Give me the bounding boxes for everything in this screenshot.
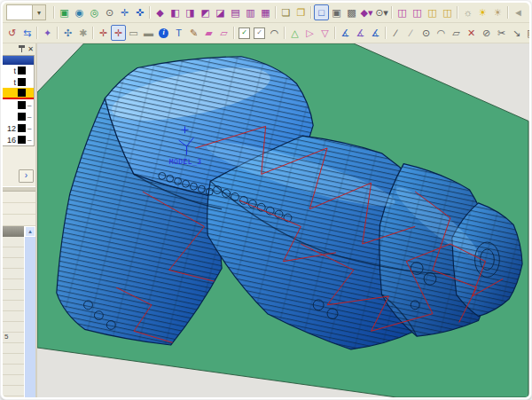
view-menu-icon[interactable]: ◆▾ [359,4,374,20]
panel-row [3,203,35,215]
vertical-scrollbar[interactable] [24,237,35,397]
workplane-side-icon[interactable]: ◫ [440,4,455,20]
separator [383,25,388,41]
parallel-line-icon[interactable]: ∕ [403,25,419,41]
grab-icon[interactable]: ✣ [60,25,75,41]
undo-icon[interactable]: ↺ [4,25,20,41]
select-check-icon[interactable]: ✓ [237,25,252,41]
info-icon[interactable]: i [156,25,171,41]
column-header[interactable] [3,226,25,237]
snap-icon[interactable]: ✱ [75,25,90,41]
main-area: ✕ t t [3,43,529,397]
extend-icon[interactable]: ↘ [509,25,524,41]
coordinate-system-label: MODEL_3 [169,158,202,166]
surface-flat-icon[interactable]: ▰ [201,25,216,41]
light-off-icon[interactable]: ☼ [460,4,475,20]
zoom-menu-icon[interactable]: ⊙▾ [374,4,389,20]
zoom-dynamic-icon[interactable]: ◎ [87,4,102,20]
window-icon[interactable]: ▭ [126,25,141,41]
separator [282,25,287,41]
axo-view-icon[interactable]: ▦ [258,4,273,20]
separator [147,4,153,20]
tool-list-panel: ▴ 5 [3,192,35,397]
color-swatch[interactable] [18,78,26,86]
color-swatch[interactable] [18,101,26,109]
workplane-top-icon[interactable]: ◫ [410,4,425,20]
note-icon[interactable]: ▬ [141,25,156,41]
copy-view-icon[interactable]: ❏ [278,4,293,20]
hidden-line-icon[interactable]: ▣ [329,4,344,20]
expand-panel-button[interactable]: › [19,169,34,183]
rotate-view-icon[interactable]: ✜ [132,4,147,20]
triad-align-icon[interactable]: ∡ [368,25,383,41]
next-view-icon[interactable]: ► [526,4,529,20]
line-icon[interactable]: ∕ [388,25,403,41]
tool-list-header: ▴ [3,226,35,237]
front-view-icon[interactable]: ◩ [198,4,213,20]
view-selector-value[interactable] [7,5,32,20]
erase-icon[interactable]: ⊘ [479,25,494,41]
separator [455,4,460,20]
separator [273,4,278,20]
trim-icon[interactable]: ✂ [494,25,509,41]
circle-icon[interactable]: ⊙ [419,25,434,41]
zoom-window-icon[interactable]: ◉ [72,4,87,20]
pan-icon[interactable]: ✛ [117,4,132,20]
loop-select-icon[interactable]: ▷ [302,25,317,41]
top-view-icon[interactable]: ◨ [183,4,198,20]
color-swatch[interactable] [18,113,26,121]
select-lasso-icon[interactable]: ✓ [252,25,267,41]
toolbar-row-2: ↺⇆✦✣✱✛✛▭▬iT✎▰▱✓✓◠△▷▽∡∡∡∕∕⊙◠▱✕⊘✂↘▣≈÷⌀A▾ [3,23,529,43]
measure-icon[interactable]: ✛ [96,25,111,41]
triad-rotate-icon[interactable]: ∡ [353,25,368,41]
light-pick-icon[interactable]: ☀ [490,4,505,20]
measure-active-icon[interactable]: ✛ [111,25,126,41]
color-swatch[interactable] [18,124,26,132]
chevron-down-icon[interactable]: ▾ [32,5,45,20]
iso-view-icon[interactable]: ◧ [168,4,183,20]
view-selector[interactable]: ▾ [6,4,46,20]
face-select-icon[interactable]: △ [287,25,302,41]
plane-icon[interactable]: ▱ [449,25,464,41]
pencil-icon[interactable]: ✎ [186,25,201,41]
pin-icon[interactable] [19,45,25,53]
patch-select-icon[interactable]: ▽ [317,25,332,41]
color-swatch[interactable] [18,136,26,144]
surface-edge-icon[interactable]: ▱ [216,25,231,41]
arc-icon[interactable]: ◠ [434,25,449,41]
box-select-icon[interactable]: ▣ [524,25,529,41]
color-swatch[interactable] [18,67,26,75]
scroll-up-icon[interactable]: ▴ [25,226,35,237]
select-star-icon[interactable]: ✦ [40,25,55,41]
triad-move-icon[interactable]: ∡ [338,25,353,41]
bottom-view-icon[interactable]: ▥ [243,4,258,20]
separator [231,25,237,41]
toolbar-row-1: ▾ ▣◉◎⊙✛✜◆◧◨◩◪▤▥▦❏❐□▣▩◆▾⊙▾◫◫◫◫☼☀☀◄►⇄≡▤▾ [3,3,529,23]
translucent-view-icon[interactable]: ▩ [344,4,359,20]
redo-icon[interactable]: ⇆ [20,25,35,41]
close-icon[interactable]: ✕ [27,46,34,53]
select-arc-icon[interactable]: ◠ [267,25,282,41]
right-view-icon[interactable]: ◪ [213,4,228,20]
zoom-fit-icon[interactable]: ▣ [57,4,72,20]
workplane-iso-icon[interactable]: ◫ [425,4,440,20]
panel-row [3,192,35,203]
shaded-cube-icon[interactable]: ◆ [153,4,168,20]
prev-view-icon[interactable]: ◄ [511,4,526,20]
paste-view-icon[interactable]: ❐ [293,4,309,20]
workplane-front-icon[interactable]: ◫ [395,4,410,20]
window-content: ▾ ▣◉◎⊙✛✜◆◧◨◩◪▤▥▦❏❐□▣▩◆▾⊙▾◫◫◫◫☼☀☀◄►⇄≡▤▾ ↺… [3,3,529,397]
separator [35,25,40,41]
tool-direction-icon[interactable]: T [171,25,186,41]
back-view-icon[interactable]: ▤ [228,4,243,20]
zoom-icon[interactable]: ⊙ [102,4,117,20]
graphics-viewport[interactable]: MODEL_3 [37,43,529,397]
light-on-icon[interactable]: ☀ [475,4,490,20]
wireframe-view-icon[interactable]: □ [314,4,329,20]
color-swatch[interactable] [18,89,26,97]
levels-grid: t t [3,55,35,146]
delete-icon[interactable]: ✕ [464,25,479,41]
viewport-canvas[interactable]: MODEL_3 [37,43,529,397]
separator [505,4,511,20]
levels-panel: ✕ t t [3,43,37,397]
